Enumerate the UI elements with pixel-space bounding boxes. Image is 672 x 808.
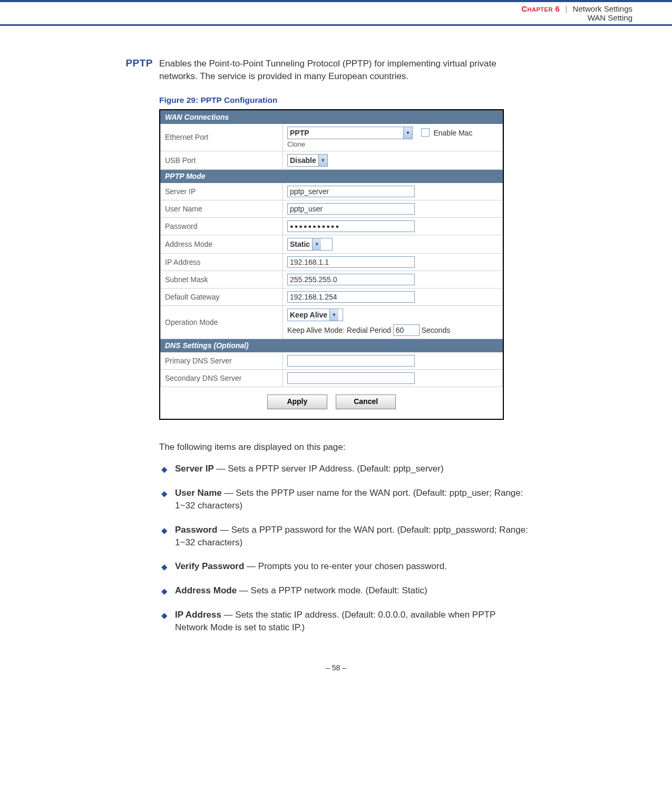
user-name-input[interactable] bbox=[287, 203, 415, 215]
items-lead-in: The following items are displayed on thi… bbox=[159, 441, 528, 454]
item-desc: — Sets a PPTP network mode. (Default: St… bbox=[237, 585, 427, 595]
label-primary-dns: Primary DNS Server bbox=[161, 352, 283, 369]
section-header-wan: WAN Connections bbox=[161, 110, 503, 123]
diamond-bullet-icon: ◆ bbox=[161, 561, 168, 572]
redial-suffix: Seconds bbox=[422, 326, 450, 334]
header-subtitle: WAN Setting bbox=[0, 13, 672, 22]
operation-mode-select[interactable]: Keep Alive ▼ bbox=[287, 309, 343, 321]
label-usb-port: USB Port bbox=[161, 151, 283, 169]
list-item: ◆ Verify Password — Prompts you to re-en… bbox=[159, 560, 528, 573]
redial-period-input[interactable] bbox=[393, 324, 420, 336]
item-term: IP Address bbox=[175, 610, 221, 620]
list-item: ◆ IP Address — Sets the static IP addres… bbox=[159, 609, 528, 634]
label-ip-address: IP Address bbox=[161, 253, 283, 271]
cancel-button[interactable]: Cancel bbox=[336, 395, 396, 409]
ip-address-input[interactable] bbox=[287, 256, 415, 268]
page-header: Chapter 6 | Network Settings WAN Setting bbox=[0, 0, 672, 26]
usb-port-value: Disable bbox=[290, 156, 318, 165]
list-item: ◆ Address Mode — Sets a PPTP network mod… bbox=[159, 584, 528, 597]
label-password: Password bbox=[161, 217, 283, 235]
label-subnet-mask: Subnet Mask bbox=[161, 271, 283, 288]
page-number: – 58 – bbox=[0, 663, 672, 672]
intro-paragraph: Enables the Point-to-Point Tunneling Pro… bbox=[159, 57, 528, 83]
item-desc: — Prompts you to re-enter your chosen pa… bbox=[244, 561, 447, 571]
list-item: ◆ Password — Sets a PPTP password for th… bbox=[159, 524, 528, 549]
item-term: User Name bbox=[175, 488, 222, 498]
apply-button[interactable]: Apply bbox=[267, 395, 327, 409]
item-term: Verify Password bbox=[175, 561, 244, 571]
label-secondary-dns: Secondary DNS Server bbox=[161, 369, 283, 387]
password-input[interactable] bbox=[287, 220, 415, 232]
enable-mac-label: Enable Mac bbox=[433, 129, 472, 137]
ethernet-port-value: PPTP bbox=[290, 129, 311, 137]
item-desc: — Sets the static IP address. (Default: … bbox=[175, 610, 495, 632]
item-desc: — Sets a PPTP server IP Address. (Defaul… bbox=[214, 464, 444, 474]
figure-pptp-configuration: WAN Connections Ethernet Port PPTP ▼ bbox=[159, 109, 504, 420]
section-header-pptp: PPTP Mode bbox=[161, 169, 503, 182]
diamond-bullet-icon: ◆ bbox=[161, 525, 168, 536]
figure-caption: Figure 29: PPTP Configuration bbox=[159, 95, 528, 105]
label-address-mode: Address Mode bbox=[161, 235, 283, 253]
item-desc: — Sets the PPTP user name for the WAN po… bbox=[175, 488, 523, 511]
label-server-ip: Server IP bbox=[161, 182, 283, 200]
item-term: Password bbox=[175, 525, 217, 535]
diamond-bullet-icon: ◆ bbox=[161, 610, 168, 621]
diamond-bullet-icon: ◆ bbox=[161, 585, 168, 597]
item-desc: — Sets a PPTP password for the WAN port.… bbox=[175, 525, 528, 547]
diamond-bullet-icon: ◆ bbox=[161, 464, 168, 475]
section-header-dns: DNS Settings (Optional) bbox=[161, 339, 503, 352]
redial-prefix: Keep Alive Mode: Redial Period bbox=[287, 326, 391, 334]
chapter-title: Network Settings bbox=[573, 4, 632, 13]
primary-dns-input[interactable] bbox=[287, 355, 415, 367]
list-item: ◆ User Name — Sets the PPTP user name fo… bbox=[159, 487, 528, 512]
diamond-bullet-icon: ◆ bbox=[161, 488, 168, 499]
enable-mac-checkbox[interactable] bbox=[421, 128, 430, 137]
chevron-down-icon: ▼ bbox=[312, 238, 321, 250]
section-heading: PPTP bbox=[0, 57, 159, 646]
operation-mode-value: Keep Alive bbox=[290, 311, 329, 319]
chevron-down-icon: ▼ bbox=[318, 155, 327, 166]
list-item: ◆ Server IP — Sets a PPTP server IP Addr… bbox=[159, 463, 528, 475]
secondary-dns-input[interactable] bbox=[287, 372, 415, 384]
label-default-gateway: Default Gateway bbox=[161, 288, 283, 305]
address-mode-select[interactable]: Static ▼ bbox=[287, 238, 333, 251]
chevron-down-icon: ▼ bbox=[403, 127, 412, 139]
label-user-name: User Name bbox=[161, 200, 283, 217]
item-term: Address Mode bbox=[175, 585, 237, 595]
item-term: Server IP bbox=[175, 464, 214, 474]
ethernet-port-subtext: Clone bbox=[287, 140, 498, 148]
chevron-down-icon: ▼ bbox=[329, 309, 338, 321]
server-ip-input[interactable] bbox=[287, 186, 415, 197]
label-operation-mode: Operation Mode bbox=[161, 305, 283, 339]
parameter-list: ◆ Server IP — Sets a PPTP server IP Addr… bbox=[159, 463, 528, 633]
address-mode-value: Static bbox=[290, 240, 312, 248]
label-ethernet-port: Ethernet Port bbox=[161, 123, 283, 151]
default-gateway-input[interactable] bbox=[287, 291, 415, 303]
subnet-mask-input[interactable] bbox=[287, 274, 415, 285]
ethernet-port-select[interactable]: PPTP ▼ bbox=[287, 127, 413, 139]
chapter-label: Chapter 6 bbox=[521, 4, 560, 13]
usb-port-select[interactable]: Disable ▼ bbox=[287, 154, 328, 167]
header-separator: | bbox=[562, 4, 571, 13]
